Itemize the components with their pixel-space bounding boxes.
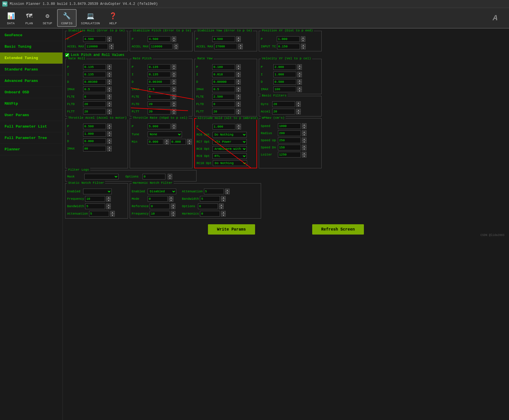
wpnav-speedup-up[interactable]: ▲ bbox=[302, 138, 306, 140]
static-notch-bw-up[interactable]: ▲ bbox=[106, 203, 111, 206]
position-xy-p-up[interactable]: ▲ bbox=[301, 36, 305, 39]
rate-yaw-fltt[interactable] bbox=[212, 109, 235, 114]
rate-yaw-imax-up[interactable]: ▲ bbox=[236, 86, 241, 89]
static-notch-bw-down[interactable]: ▼ bbox=[106, 206, 111, 209]
rate-yaw-fltd[interactable] bbox=[212, 101, 235, 107]
toolbar-data[interactable]: 📊 DATA bbox=[2, 10, 19, 26]
rate-yaw-i-up[interactable]: ▲ bbox=[236, 72, 241, 74]
wpnav-loiter-up[interactable]: ▲ bbox=[302, 152, 306, 155]
harmonic-atten-down[interactable]: ▼ bbox=[225, 191, 230, 194]
static-notch-atten-up[interactable]: ▲ bbox=[110, 211, 115, 214]
wpnav-loiter-down[interactable]: ▼ bbox=[302, 155, 306, 158]
position-xy-inputtc-up[interactable]: ▲ bbox=[301, 44, 306, 47]
alt-hold-p-down[interactable]: ▼ bbox=[237, 127, 241, 130]
vel-xy-i-down[interactable]: ▼ bbox=[297, 74, 302, 77]
static-notch-enabled[interactable] bbox=[83, 189, 112, 194]
wpnav-radius[interactable] bbox=[278, 130, 301, 136]
rate-pitch-d-up[interactable]: ▲ bbox=[172, 79, 176, 82]
rate-pitch-fltt[interactable] bbox=[148, 109, 171, 114]
rc9-select[interactable]: RTL bbox=[213, 153, 247, 159]
sidebar-item-geofence[interactable]: GeoFence bbox=[0, 30, 63, 41]
rate-roll-d-down[interactable]: ▼ bbox=[107, 82, 112, 85]
rate-yaw-flte-up[interactable]: ▲ bbox=[236, 94, 241, 97]
harmonic-ref-up[interactable]: ▲ bbox=[171, 203, 175, 206]
rate-roll-i-up[interactable]: ▲ bbox=[107, 72, 112, 74]
rate-roll-fltd[interactable] bbox=[83, 101, 106, 107]
rate-pitch-imax-up[interactable]: ▲ bbox=[172, 86, 176, 89]
stabilize-pitch-accel-down[interactable]: ▼ bbox=[174, 47, 178, 49]
vel-xy-d[interactable] bbox=[273, 79, 296, 85]
rate-yaw-imax-down[interactable]: ▼ bbox=[236, 89, 241, 92]
stabilize-yaw-accel-up[interactable]: ▲ bbox=[238, 44, 243, 47]
stabilize-yaw-accel-down[interactable]: ▼ bbox=[238, 47, 243, 49]
wpnav-speeddn-up[interactable]: ▲ bbox=[302, 145, 306, 148]
rate-pitch-i-up[interactable]: ▲ bbox=[172, 72, 176, 74]
rate-roll-p-up[interactable]: ▲ bbox=[107, 64, 112, 67]
thr-accel-p[interactable] bbox=[83, 124, 106, 129]
thr-accel-d-up[interactable]: ▲ bbox=[107, 138, 112, 141]
rate-roll-flte-down[interactable]: ▼ bbox=[107, 97, 112, 100]
thr-min1-down[interactable]: ▼ bbox=[165, 142, 169, 145]
gyro-up[interactable]: ▲ bbox=[296, 101, 301, 104]
harmonic-harmonics[interactable] bbox=[200, 211, 220, 217]
rate-roll-fltd-up[interactable]: ▲ bbox=[107, 101, 112, 104]
position-xy-inputtc-input[interactable] bbox=[277, 44, 300, 49]
thr-rate-p[interactable] bbox=[148, 124, 171, 129]
static-notch-bw[interactable] bbox=[85, 203, 105, 209]
rate-roll-d-up[interactable]: ▲ bbox=[107, 79, 112, 82]
rate-pitch-p-up[interactable]: ▲ bbox=[172, 64, 176, 67]
stabilize-pitch-p-up[interactable]: ▲ bbox=[172, 36, 176, 39]
stabilize-yaw-p-down[interactable]: ▼ bbox=[236, 39, 241, 42]
rate-pitch-fltd-up[interactable]: ▲ bbox=[172, 101, 176, 104]
rate-pitch-i[interactable] bbox=[148, 72, 171, 77]
thr-min2-up[interactable]: ▲ bbox=[187, 139, 192, 142]
harmonic-harmonics-up[interactable]: ▲ bbox=[221, 211, 226, 214]
rate-roll-p-down[interactable]: ▼ bbox=[107, 67, 112, 70]
wpnav-speed[interactable] bbox=[278, 123, 301, 129]
vel-xy-i[interactable] bbox=[273, 72, 296, 77]
vel-xy-imax-down[interactable]: ▼ bbox=[297, 89, 302, 92]
rate-yaw-flte[interactable] bbox=[212, 94, 235, 100]
harmonic-bw-up[interactable]: ▲ bbox=[221, 196, 226, 199]
rc8-select[interactable]: ArmDisarm with bbox=[213, 146, 247, 152]
filter-options-down[interactable]: ▼ bbox=[168, 177, 172, 179]
thr-min2-down[interactable]: ▼ bbox=[187, 142, 192, 145]
accel-down[interactable]: ▼ bbox=[296, 112, 301, 114]
static-notch-atten-down[interactable]: ▼ bbox=[110, 214, 115, 217]
toolbar-plan[interactable]: 🗺 PLAN bbox=[21, 10, 38, 26]
thr-accel-imax[interactable] bbox=[83, 146, 106, 152]
rate-yaw-d-down[interactable]: ▼ bbox=[236, 82, 241, 85]
harmonic-atten[interactable] bbox=[204, 189, 224, 194]
vel-xy-imax-up[interactable]: ▲ bbox=[297, 86, 302, 89]
thr-accel-i-down[interactable]: ▼ bbox=[107, 134, 112, 137]
sidebar-item-standard-params[interactable]: Standard Params bbox=[0, 64, 63, 75]
rate-roll-p[interactable] bbox=[83, 64, 106, 70]
rate-yaw-d[interactable] bbox=[212, 79, 235, 85]
harmonic-opts[interactable] bbox=[198, 203, 218, 209]
stabilize-roll-accel-input[interactable]: 110000 bbox=[85, 44, 108, 49]
rate-roll-imax[interactable] bbox=[83, 86, 106, 92]
position-xy-p-down[interactable]: ▼ bbox=[301, 39, 305, 42]
rate-yaw-flte-down[interactable]: ▼ bbox=[236, 97, 241, 100]
stabilize-pitch-p-down[interactable]: ▼ bbox=[172, 39, 176, 42]
thr-accel-i-up[interactable]: ▲ bbox=[107, 131, 112, 134]
stabilize-pitch-accel-up[interactable]: ▲ bbox=[174, 44, 178, 47]
rate-roll-imax-down[interactable]: ▼ bbox=[107, 89, 112, 92]
rate-pitch-flte-up[interactable]: ▲ bbox=[172, 94, 176, 97]
rate-yaw-fltt-down[interactable]: ▼ bbox=[236, 112, 241, 114]
harmonic-mode[interactable] bbox=[148, 196, 168, 202]
wpnav-speeddn-down[interactable]: ▼ bbox=[302, 148, 306, 150]
harmonic-bw[interactable] bbox=[200, 196, 220, 202]
vel-xy-imax[interactable] bbox=[273, 86, 296, 92]
stabilize-roll-p-down[interactable]: ▼ bbox=[107, 39, 112, 42]
filter-mask-select[interactable] bbox=[84, 174, 119, 179]
wpnav-loiter[interactable] bbox=[278, 152, 301, 158]
wpnav-speed-up-val[interactable] bbox=[278, 138, 301, 143]
static-notch-atten[interactable] bbox=[89, 211, 109, 217]
thr-accel-p-up[interactable]: ▲ bbox=[107, 124, 112, 126]
alt-hold-p[interactable] bbox=[213, 124, 235, 130]
wpnav-radius-down[interactable]: ▼ bbox=[302, 133, 306, 136]
write-params-button[interactable]: Write Params bbox=[208, 224, 255, 235]
harmonic-ref-down[interactable]: ▼ bbox=[171, 206, 175, 209]
sidebar-item-advanced-params[interactable]: Advanced Params bbox=[0, 75, 63, 87]
